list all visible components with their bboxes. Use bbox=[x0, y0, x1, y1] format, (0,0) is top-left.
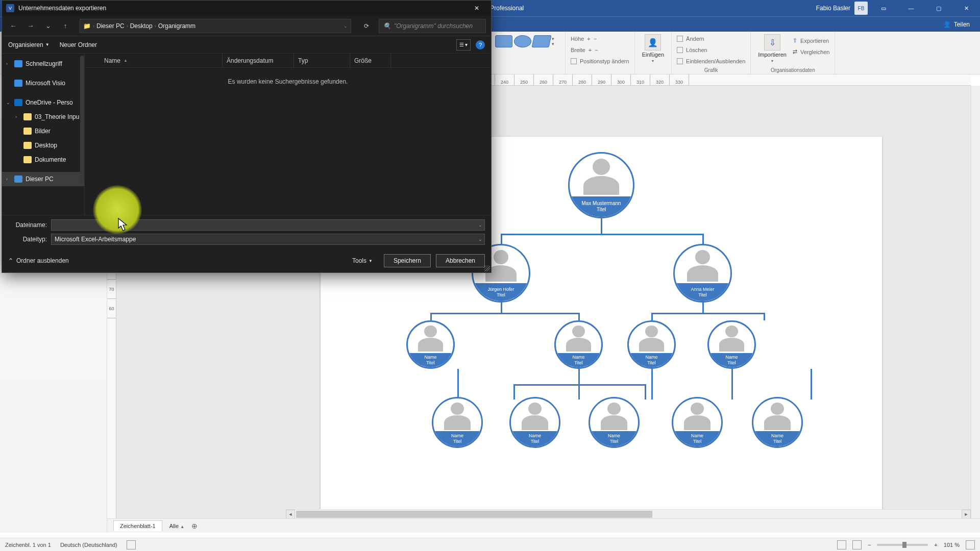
org-node[interactable]: NameTitel bbox=[509, 397, 560, 448]
insert-button[interactable]: 👤 Einfügen ▾ bbox=[640, 33, 666, 64]
language-indicator[interactable]: Deutsch (Deutschland) bbox=[60, 542, 117, 548]
col-name[interactable]: Name bbox=[104, 57, 120, 64]
view-mode-button[interactable]: ☰ ▾ bbox=[456, 39, 471, 51]
file-list[interactable]: Name▲ Änderungsdatum Typ Größe Es wurden… bbox=[85, 54, 491, 215]
chevron-down-icon[interactable]: ⌄ bbox=[478, 237, 482, 242]
statusbar: Zeichenbl. 1 von 1 Deutsch (Deutschland)… bbox=[0, 538, 980, 551]
org-node[interactable]: NameTitel bbox=[554, 320, 603, 369]
cancel-button[interactable]: Abbrechen bbox=[436, 254, 485, 267]
tree-quick-access[interactable]: Schnellzugriff bbox=[26, 60, 62, 67]
chevron-up-icon: ⌃ bbox=[8, 257, 13, 264]
new-folder-button[interactable]: Neuer Ordner bbox=[60, 41, 97, 48]
tree-scrollbar[interactable] bbox=[80, 56, 84, 183]
fit-window-icon[interactable] bbox=[966, 540, 975, 549]
onedrive-icon bbox=[14, 99, 22, 106]
org-node[interactable]: NameTitel bbox=[707, 320, 756, 369]
org-node[interactable]: NameTitel bbox=[672, 397, 723, 448]
folder-tree[interactable]: ›Schnellzugriff Microsoft Visio ⌄OneDriv… bbox=[2, 54, 85, 215]
minus-icon[interactable]: − bbox=[594, 36, 597, 42]
all-pages[interactable]: Alle ▲ bbox=[169, 523, 184, 529]
dialog-close-button[interactable]: ✕ bbox=[467, 1, 487, 16]
plus-icon[interactable]: + bbox=[589, 47, 592, 53]
zoom-out-icon[interactable]: − bbox=[868, 542, 871, 548]
export-btn[interactable]: Exportieren bbox=[800, 38, 829, 44]
zoom-in-icon[interactable]: + bbox=[934, 542, 937, 548]
tree-item[interactable]: Desktop bbox=[35, 142, 57, 149]
chevron-down-icon[interactable]: ⌄ bbox=[344, 23, 348, 29]
nav-up-icon[interactable]: ↑ bbox=[59, 20, 71, 32]
col-type[interactable]: Typ bbox=[298, 57, 308, 64]
org-node[interactable]: NameTitel bbox=[752, 397, 803, 448]
mouse-cursor bbox=[117, 218, 129, 232]
col-size[interactable]: Größe bbox=[354, 57, 372, 64]
breadcrumb[interactable]: 📁 › Dieser PC › Desktop › Organigramm ⌄ bbox=[80, 19, 351, 33]
user-avatar[interactable]: FB bbox=[854, 2, 868, 15]
minimize-button[interactable]: — bbox=[899, 0, 923, 16]
chevron-down-icon[interactable]: ⌄ bbox=[478, 222, 482, 228]
maximize-button[interactable]: ▢ bbox=[927, 0, 950, 16]
help-icon[interactable]: ? bbox=[476, 40, 485, 49]
col-date[interactable]: Änderungsdatum bbox=[227, 57, 273, 64]
page-tab[interactable]: Zeichenblatt-1 bbox=[113, 520, 162, 531]
macro-icon[interactable] bbox=[127, 540, 136, 549]
org-node[interactable]: NameTitel bbox=[627, 320, 676, 369]
plus-icon[interactable]: + bbox=[587, 36, 590, 42]
crumb[interactable]: Desktop bbox=[130, 22, 153, 30]
dialog-title: Unternehmensdaten exportieren bbox=[18, 5, 106, 12]
show-hide-btn[interactable]: Einblenden/Ausblenden bbox=[686, 58, 745, 64]
tools-menu[interactable]: Tools▼ bbox=[352, 257, 373, 264]
organize-menu[interactable]: Organisieren▼ bbox=[8, 41, 50, 48]
shape-gallery[interactable]: ▾▾ bbox=[495, 33, 560, 49]
nav-back-icon[interactable]: ← bbox=[7, 20, 19, 32]
refresh-icon[interactable]: ⟳ bbox=[359, 19, 374, 33]
org-node[interactable]: NameTitel bbox=[406, 320, 455, 369]
import-button[interactable]: ⇩ Importieren ▾ bbox=[756, 33, 789, 64]
crumb[interactable]: Dieser PC bbox=[96, 22, 125, 30]
minus-icon[interactable]: − bbox=[595, 47, 598, 53]
add-page-button[interactable]: ⊕ bbox=[191, 522, 198, 530]
filename-input[interactable]: ⌄ bbox=[51, 219, 485, 231]
tree-onedrive[interactable]: OneDrive - Perso bbox=[26, 99, 73, 106]
org-node-root[interactable]: Max MustermannTitel bbox=[568, 152, 634, 218]
position-btn[interactable]: Positionstyp ändern bbox=[580, 58, 629, 64]
tree-item[interactable]: Bilder bbox=[35, 128, 51, 135]
change-btn[interactable]: Ändern bbox=[686, 36, 704, 42]
tree-item[interactable]: Dokumente bbox=[35, 156, 66, 163]
share-button[interactable]: Teilen bbox=[954, 21, 970, 28]
hide-folders-toggle[interactable]: ⌃Ordner ausblenden bbox=[8, 257, 69, 264]
resize-grip[interactable] bbox=[484, 265, 490, 271]
scroll-right-icon[interactable]: ► bbox=[962, 510, 971, 519]
save-button[interactable]: Speichern bbox=[384, 254, 431, 267]
ribbon-mode-icon[interactable]: ▭ bbox=[872, 0, 895, 16]
zoom-slider[interactable] bbox=[877, 544, 928, 546]
fit-icon[interactable] bbox=[852, 540, 862, 549]
compare-btn[interactable]: Vergleichen bbox=[800, 49, 830, 55]
column-headers[interactable]: Name▲ Änderungsdatum Typ Größe bbox=[85, 54, 491, 68]
filetype-select[interactable]: Microsoft Excel-Arbeitsmappe⌄ bbox=[51, 234, 485, 245]
nav-recent-icon[interactable]: ⌄ bbox=[42, 20, 54, 32]
grafik-group-label: Grafik bbox=[704, 67, 718, 73]
delete-btn[interactable]: Löschen bbox=[686, 47, 707, 53]
nav-forward-icon[interactable]: → bbox=[24, 20, 37, 32]
folder-icon bbox=[23, 142, 32, 149]
horizontal-scrollbar[interactable]: ◄ ► bbox=[286, 509, 971, 518]
zoom-value[interactable]: 101 % bbox=[944, 542, 960, 548]
dialog-titlebar[interactable]: V Unternehmensdaten exportieren ✕ bbox=[2, 1, 491, 16]
export-icon: ⇧ bbox=[793, 37, 797, 44]
tree-this-pc[interactable]: Dieser PC bbox=[26, 176, 54, 183]
org-node[interactable]: NameTitel bbox=[432, 397, 483, 448]
tree-item[interactable]: 03_Theorie Inpu bbox=[35, 113, 79, 120]
crumb[interactable]: Organigramm bbox=[158, 22, 195, 30]
vertical-scrollbar[interactable] bbox=[971, 86, 980, 518]
folder-icon bbox=[23, 156, 32, 163]
page-tabs: Zeichenblatt-1 Alle ▲ ⊕ bbox=[107, 518, 980, 533]
scroll-left-icon[interactable]: ◄ bbox=[286, 510, 295, 519]
presentation-icon[interactable] bbox=[837, 540, 846, 549]
filetype-label: Dateityp: bbox=[8, 236, 47, 243]
delete-icon bbox=[677, 47, 683, 53]
org-node[interactable]: Anna MeierTitel bbox=[673, 244, 732, 303]
org-node[interactable]: NameTitel bbox=[589, 397, 640, 448]
search-input[interactable]: 🔍 "Organigramm" durchsuchen bbox=[379, 19, 486, 33]
tree-visio[interactable]: Microsoft Visio bbox=[26, 80, 65, 87]
close-button[interactable]: ✕ bbox=[954, 0, 978, 16]
